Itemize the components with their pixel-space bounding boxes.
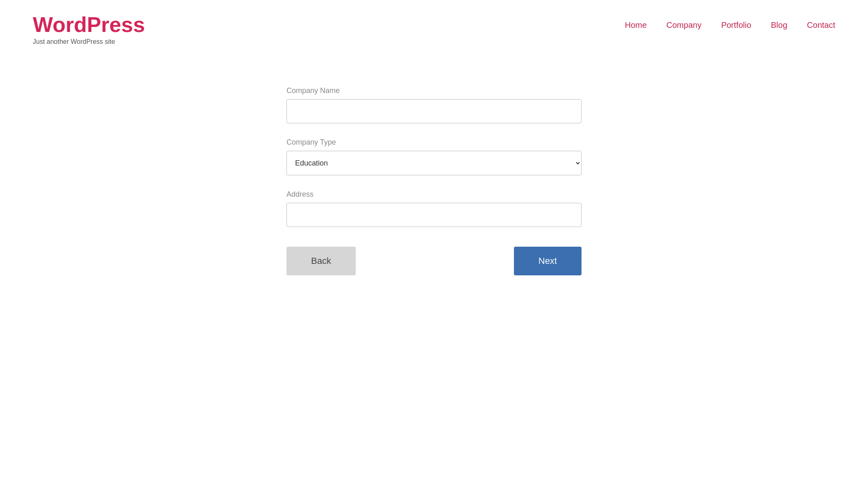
main-nav: Home Company Portfolio Blog Contact (625, 13, 835, 30)
address-group: Address (286, 190, 582, 227)
site-branding: WordPress Just another WordPress site (33, 13, 145, 45)
company-name-group: Company Name (286, 86, 582, 123)
site-title: WordPress (33, 13, 145, 36)
nav-company[interactable]: Company (666, 20, 702, 30)
company-type-group: Company Type Education Technology Health… (286, 138, 582, 175)
nav-portfolio[interactable]: Portfolio (721, 20, 751, 30)
nav-home[interactable]: Home (625, 20, 647, 30)
back-button[interactable]: Back (286, 247, 356, 275)
company-name-input[interactable] (286, 99, 582, 123)
company-type-label: Company Type (286, 138, 582, 147)
site-tagline: Just another WordPress site (33, 38, 145, 45)
company-name-label: Company Name (286, 86, 582, 95)
form-actions: Back Next (286, 247, 582, 275)
address-label: Address (286, 190, 582, 199)
nav-blog[interactable]: Blog (771, 20, 787, 30)
address-input[interactable] (286, 203, 582, 227)
company-type-select[interactable]: Education Technology Healthcare Finance … (286, 151, 582, 175)
nav-contact[interactable]: Contact (807, 20, 835, 30)
next-button[interactable]: Next (514, 247, 582, 275)
form-container: Company Name Company Type Education Tech… (286, 86, 582, 275)
